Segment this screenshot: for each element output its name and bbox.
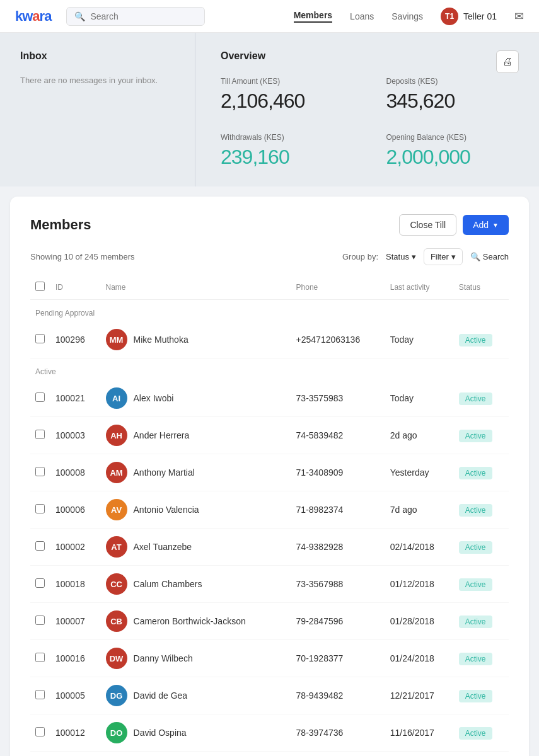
member-name-cell: AH Ander Herrera bbox=[101, 417, 291, 454]
add-button[interactable]: Add ▼ bbox=[463, 215, 509, 235]
section-label: Active bbox=[30, 358, 509, 381]
username: Teller 01 bbox=[463, 11, 497, 21]
load-more-section: Load 10 more bbox=[30, 752, 509, 756]
table-row[interactable]: 100006 AV Antonio Valencia 71-8982374 7d… bbox=[30, 491, 509, 529]
global-search-bar[interactable]: 🔍 bbox=[66, 7, 205, 26]
row-checkbox[interactable] bbox=[35, 334, 45, 343]
row-checkbox-cell[interactable] bbox=[30, 491, 50, 529]
global-search-input[interactable] bbox=[90, 11, 197, 21]
stats-grid: Till Amount (KES) 2,106,460 Deposits (KE… bbox=[221, 77, 514, 169]
member-last-activity: 2d ago bbox=[385, 417, 454, 454]
member-phone: +254712063136 bbox=[291, 321, 385, 358]
stat-label: Deposits (KES) bbox=[386, 77, 514, 86]
member-id: 100006 bbox=[50, 491, 101, 529]
row-checkbox[interactable] bbox=[35, 541, 45, 551]
inbox-icon[interactable]: ✉ bbox=[514, 9, 524, 23]
member-name: Antonio Valencia bbox=[134, 505, 199, 515]
member-last-activity: 01/24/2018 bbox=[385, 640, 454, 677]
col-status: Status bbox=[454, 275, 509, 300]
table-row[interactable]: 100016 DW Danny Wilbech 70-1928377 01/24… bbox=[30, 640, 509, 677]
table-row[interactable]: 100296 MM Mike Muthoka +254712063136 Tod… bbox=[30, 321, 509, 358]
inbox-empty-message: There are no messages in your inbox. bbox=[20, 74, 175, 87]
row-checkbox-cell[interactable] bbox=[30, 454, 50, 491]
print-button[interactable]: 🖨 bbox=[496, 50, 519, 73]
row-checkbox[interactable] bbox=[35, 727, 45, 736]
table-row[interactable]: 100008 AM Anthony Martial 71-3408909 Yes… bbox=[30, 454, 509, 491]
member-phone: 79-2847596 bbox=[291, 603, 385, 640]
member-name: Calum Chambers bbox=[134, 579, 202, 589]
table-row[interactable]: 100012 DO David Ospina 78-3974736 11/16/… bbox=[30, 714, 509, 752]
row-checkbox-cell[interactable] bbox=[30, 677, 50, 714]
row-checkbox-cell[interactable] bbox=[30, 603, 50, 640]
row-checkbox[interactable] bbox=[35, 690, 45, 699]
row-checkbox-cell[interactable] bbox=[30, 321, 50, 358]
select-all-checkbox[interactable] bbox=[35, 282, 45, 291]
member-name: Danny Wilbech bbox=[134, 653, 193, 663]
close-till-button[interactable]: Close Till bbox=[399, 214, 456, 236]
avatar: MM bbox=[106, 329, 127, 350]
member-last-activity: 11/16/2017 bbox=[385, 714, 454, 752]
member-phone: 71-8982374 bbox=[291, 491, 385, 529]
nav-link-members[interactable]: Members bbox=[294, 10, 332, 23]
table-row[interactable]: 100002 AT Axel Tuanzebe 74-9382928 02/14… bbox=[30, 529, 509, 566]
stat-label: Till Amount (KES) bbox=[221, 77, 349, 86]
filter-button[interactable]: Filter ▾ bbox=[424, 248, 463, 265]
search-button[interactable]: 🔍 Search bbox=[470, 252, 509, 261]
nav-user[interactable]: T1 Teller 01 bbox=[441, 8, 497, 25]
row-checkbox[interactable] bbox=[35, 616, 45, 625]
nav-link-loans[interactable]: Loans bbox=[350, 11, 374, 21]
member-name: Axel Tuanzebe bbox=[134, 542, 192, 552]
row-checkbox-cell[interactable] bbox=[30, 417, 50, 454]
member-status-cell: Active bbox=[454, 417, 509, 454]
table-row[interactable]: 100007 CB Cameron Borthwick-Jackson 79-2… bbox=[30, 603, 509, 640]
group-by-status[interactable]: Status ▾ bbox=[386, 252, 416, 261]
member-phone: 73-3575983 bbox=[291, 380, 385, 417]
member-name: Alex Iwobi bbox=[134, 393, 174, 403]
stat-label: Opening Balance (KES) bbox=[386, 133, 514, 142]
status-badge: Active bbox=[459, 392, 492, 405]
avatar: AM bbox=[106, 462, 127, 483]
row-checkbox-cell[interactable] bbox=[30, 380, 50, 417]
row-checkbox-cell[interactable] bbox=[30, 529, 50, 566]
member-status-cell: Active bbox=[454, 714, 509, 752]
member-name-cell: DW Danny Wilbech bbox=[101, 640, 291, 677]
row-checkbox-cell[interactable] bbox=[30, 640, 50, 677]
inbox-title: Inbox bbox=[20, 50, 175, 62]
stat-value: 2,106,460 bbox=[221, 89, 349, 113]
member-last-activity: 01/28/2018 bbox=[385, 603, 454, 640]
avatar: CB bbox=[106, 610, 127, 632]
status-badge: Active bbox=[459, 504, 492, 517]
filter-label: Filter bbox=[431, 252, 449, 261]
table-row[interactable]: 100021 AI Alex Iwobi 73-3575983 Today Ac… bbox=[30, 380, 509, 417]
row-checkbox-cell[interactable] bbox=[30, 714, 50, 752]
member-name: Cameron Borthwick-Jackson bbox=[134, 616, 246, 626]
row-checkbox[interactable] bbox=[35, 392, 45, 402]
stat-till-amount: Till Amount (KES) 2,106,460 bbox=[221, 77, 349, 113]
table-row[interactable]: 100003 AH Ander Herrera 74-5839482 2d ag… bbox=[30, 417, 509, 454]
nav-link-savings[interactable]: Savings bbox=[391, 11, 423, 21]
member-name-cell: AM Anthony Martial bbox=[101, 454, 291, 491]
member-status-cell: Active bbox=[454, 529, 509, 566]
member-name-cell: AI Alex Iwobi bbox=[101, 380, 291, 417]
row-checkbox[interactable] bbox=[35, 578, 45, 588]
row-checkbox[interactable] bbox=[35, 430, 45, 439]
row-checkbox[interactable] bbox=[35, 653, 45, 662]
row-checkbox[interactable] bbox=[35, 467, 45, 476]
overview-panel: Overview 🖨 Till Amount (KES) 2,106,460 D… bbox=[195, 33, 539, 186]
avatar: AT bbox=[106, 536, 127, 558]
section-header-row: Pending Approval bbox=[30, 300, 509, 322]
table-row[interactable]: 100005 DG David de Gea 78-9439482 12/21/… bbox=[30, 677, 509, 714]
row-checkbox-cell[interactable] bbox=[30, 566, 50, 603]
col-name: Name bbox=[101, 275, 291, 300]
members-section: Members Close Till Add ▼ Showing 10 of 2… bbox=[10, 197, 529, 756]
status-badge: Active bbox=[459, 334, 492, 346]
navbar: kwara 🔍 Members Loans Savings T1 Teller … bbox=[0, 0, 539, 33]
nav-links: Members Loans Savings T1 Teller 01 ✉ bbox=[294, 8, 524, 25]
status-badge: Active bbox=[459, 727, 492, 740]
member-id: 100018 bbox=[50, 566, 101, 603]
avatar: T1 bbox=[441, 8, 458, 25]
table-row[interactable]: 100018 CC Calum Chambers 73-3567988 01/1… bbox=[30, 566, 509, 603]
row-checkbox[interactable] bbox=[35, 504, 45, 513]
status-badge: Active bbox=[459, 578, 492, 591]
member-status-cell: Active bbox=[454, 566, 509, 603]
